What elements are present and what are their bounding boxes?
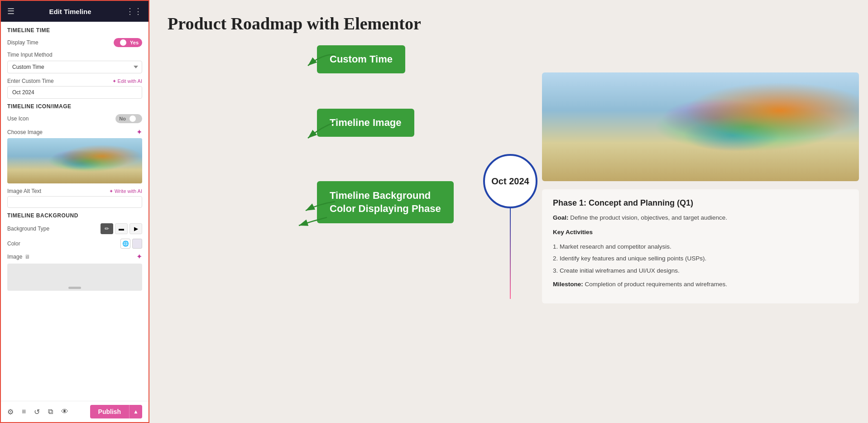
- timeline-circle-area: Oct 2024: [460, 36, 542, 299]
- key-activities-label: Key Activities: [553, 229, 593, 236]
- panel-body: Timeline Time Display Time Yes Time Inpu…: [1, 22, 149, 401]
- panel-title: Edit Timeline: [49, 8, 91, 15]
- choose-image-row: Choose Image ✦: [7, 128, 142, 136]
- display-time-label: Display Time: [7, 39, 38, 46]
- settings-icon[interactable]: ⚙: [7, 408, 14, 416]
- image-alt-text-row: Image Alt Text ✦ Write with AI: [7, 188, 142, 194]
- footer-icons: ⚙ ≡ ↺ ⧉ 👁: [7, 408, 68, 416]
- choose-image-label: Choose Image: [7, 129, 43, 135]
- use-icon-field: Use Icon No: [7, 114, 142, 123]
- use-icon-label: Use Icon: [7, 115, 29, 122]
- section-timeline-time: Timeline Time Display Time Yes Time Inpu…: [7, 27, 142, 103]
- image-alt-text-label: Image Alt Text: [7, 188, 41, 194]
- timeline-image-card: [542, 72, 859, 181]
- panel-footer: ⚙ ≡ ↺ ⧉ 👁 Publish ▲: [1, 401, 149, 422]
- color-swatch-group: 🌐: [120, 239, 142, 249]
- milestone-label: Milestone:: [553, 281, 583, 288]
- hamburger-icon[interactable]: ☰: [7, 6, 14, 16]
- callout-timeline-bg: Timeline Background Color Displaying Pha…: [317, 181, 454, 223]
- section-timeline-background: Timeline Background Background Type ✏ ▬ …: [7, 212, 142, 291]
- grid-icon[interactable]: ⋮⋮: [126, 6, 142, 16]
- background-type-field: Background Type ✏ ▬ ▶: [7, 223, 142, 234]
- main-area: Product Roadmap with Elementor Custom Ti…: [149, 0, 868, 423]
- preview-icon[interactable]: 👁: [61, 408, 68, 416]
- bg-type-label: Background Type: [7, 226, 49, 232]
- activity-3: 3. Create initial wireframes and UI/UX d…: [553, 267, 848, 275]
- color-globe-btn[interactable]: 🌐: [120, 239, 130, 249]
- activity-1: 1. Market research and competitor analys…: [553, 243, 848, 251]
- enter-custom-time-label: Enter Custom Time: [7, 78, 54, 84]
- section-timeline-icon-image: Timeline Icon/Image Use Icon No Choose I…: [7, 103, 142, 212]
- timeline-content-card: Phase 1: Concept and Planning (Q1) Goal:…: [542, 189, 859, 303]
- goal-text: Define the product vision, objectives, a…: [570, 214, 727, 221]
- bg-image-monitor-icon: 🖥: [24, 254, 30, 260]
- bg-image-field: Image 🖥 ✦: [7, 252, 142, 261]
- milestone-para: Milestone: Completion of product require…: [553, 280, 848, 289]
- section-title-timeline-icon: Timeline Icon/Image: [7, 103, 142, 110]
- image-preview[interactable]: [7, 138, 142, 183]
- section-title-timeline-time: Timeline Time: [7, 27, 142, 34]
- publish-button[interactable]: Publish: [90, 405, 129, 418]
- color-label: Color: [7, 240, 20, 247]
- milestone-text: Completion of product requirements and w…: [585, 281, 727, 288]
- timeline-line: [510, 208, 511, 299]
- edit-with-ai-link[interactable]: ✦ Edit with AI: [112, 78, 142, 84]
- time-input-method-label: Time Input Method: [7, 52, 142, 58]
- timeline-card-area: Phase 1: Concept and Planning (Q1) Goal:…: [542, 36, 868, 303]
- timeline-chart-image: [542, 72, 859, 181]
- custom-time-input[interactable]: [7, 86, 142, 99]
- bg-type-gradient-btn[interactable]: ▬: [115, 223, 128, 234]
- color-swatch[interactable]: [132, 239, 142, 249]
- display-time-toggle[interactable]: Yes: [114, 38, 142, 47]
- choose-image-add-icon[interactable]: ✦: [136, 128, 142, 136]
- use-icon-toggle[interactable]: No: [115, 114, 142, 123]
- callout-timeline-image: Timeline Image: [317, 109, 414, 137]
- image-alt-text-input[interactable]: [7, 196, 142, 208]
- activity-2: 2. Identify key features and unique sell…: [553, 255, 848, 263]
- time-input-method-dropdown[interactable]: Custom Time Post Date Post Modified Date: [7, 61, 142, 73]
- card-title: Phase 1: Concept and Planning (Q1): [553, 198, 848, 208]
- panel-header: ☰ Edit Timeline ⋮⋮: [1, 1, 149, 22]
- display-time-field: Display Time Yes: [7, 38, 142, 47]
- bg-type-video-btn[interactable]: ▶: [129, 223, 142, 234]
- bg-image-placeholder[interactable]: [7, 264, 142, 291]
- key-activities-heading: Key Activities: [553, 228, 848, 237]
- publish-chevron-button[interactable]: ▲: [129, 405, 142, 418]
- timeline-area: Oct 2024 Phase 1: Concept and Planning (…: [460, 36, 868, 423]
- callout-custom-time: Custom Time: [317, 45, 405, 73]
- color-field: Color 🌐: [7, 239, 142, 249]
- write-with-ai-link[interactable]: ✦ Write with AI: [109, 188, 142, 194]
- responsive-icon[interactable]: ⧉: [48, 408, 53, 416]
- history-icon[interactable]: ↺: [34, 408, 40, 416]
- bg-image-label: Image: [7, 254, 22, 260]
- chart-preview-image: [7, 138, 142, 183]
- enter-custom-time-row: Enter Custom Time ✦ Edit with AI: [7, 78, 142, 84]
- layers-icon[interactable]: ≡: [22, 408, 26, 416]
- card-goal-para: Goal: Define the product vision, objecti…: [553, 213, 848, 222]
- timeline-date-circle: Oct 2024: [483, 154, 537, 208]
- bg-type-group: ✏ ▬ ▶: [101, 223, 142, 234]
- publish-group: Publish ▲: [90, 405, 142, 418]
- section-title-bg: Timeline Background: [7, 212, 142, 219]
- bg-image-handle: [68, 287, 81, 289]
- bg-type-pencil-btn[interactable]: ✏: [101, 223, 113, 234]
- bg-image-add-icon[interactable]: ✦: [136, 252, 142, 261]
- goal-label: Goal:: [553, 214, 569, 221]
- page-title: Product Roadmap with Elementor: [168, 14, 850, 34]
- left-panel: ☰ Edit Timeline ⋮⋮ Timeline Time Display…: [0, 0, 149, 423]
